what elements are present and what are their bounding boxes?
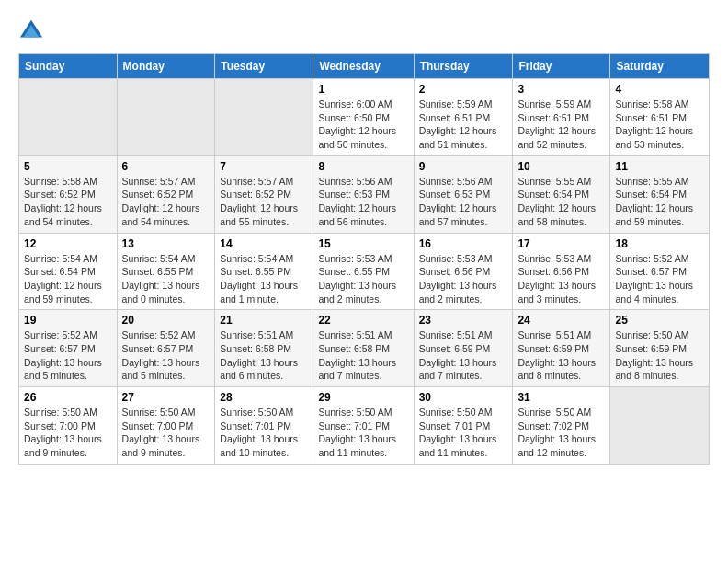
day-info: Sunrise: 5:55 AMSunset: 6:54 PMDaylight:…: [518, 175, 605, 229]
day-info: Sunrise: 5:55 AMSunset: 6:54 PMDaylight:…: [615, 175, 704, 229]
day-info: Sunrise: 5:58 AMSunset: 6:51 PMDaylight:…: [615, 98, 704, 152]
week-row-4: 19Sunrise: 5:52 AMSunset: 6:57 PMDayligh…: [19, 310, 710, 387]
calendar-cell: [117, 79, 215, 156]
logo-icon: [18, 18, 44, 44]
calendar-cell: 16Sunrise: 5:53 AMSunset: 6:56 PMDayligh…: [414, 233, 513, 310]
day-info: Sunrise: 5:53 AMSunset: 6:55 PMDaylight:…: [318, 252, 408, 306]
calendar-cell: [610, 387, 710, 465]
day-info: Sunrise: 5:50 AMSunset: 7:00 PMDaylight:…: [24, 406, 112, 460]
calendar-cell: 5Sunrise: 5:58 AMSunset: 6:52 PMDaylight…: [19, 155, 118, 233]
day-info: Sunrise: 5:50 AMSunset: 7:01 PMDaylight:…: [220, 406, 308, 460]
day-info: Sunrise: 5:53 AMSunset: 6:56 PMDaylight:…: [518, 252, 605, 306]
calendar-cell: 2Sunrise: 5:59 AMSunset: 6:51 PMDaylight…: [414, 79, 513, 156]
day-header-saturday: Saturday: [610, 54, 710, 79]
day-info: Sunrise: 5:57 AMSunset: 6:52 PMDaylight:…: [220, 175, 308, 229]
day-number: 20: [122, 314, 210, 327]
calendar-cell: 17Sunrise: 5:53 AMSunset: 6:56 PMDayligh…: [513, 233, 610, 310]
day-number: 3: [518, 83, 605, 96]
day-number: 6: [122, 160, 210, 173]
day-number: 15: [318, 237, 408, 250]
calendar-table: SundayMondayTuesdayWednesdayThursdayFrid…: [18, 53, 710, 465]
logo: [18, 18, 46, 44]
day-info: Sunrise: 5:57 AMSunset: 6:52 PMDaylight:…: [122, 175, 210, 229]
calendar-cell: 12Sunrise: 5:54 AMSunset: 6:54 PMDayligh…: [19, 233, 118, 310]
day-number: 28: [220, 391, 308, 404]
calendar-cell: 4Sunrise: 5:58 AMSunset: 6:51 PMDaylight…: [610, 79, 710, 156]
calendar-cell: 18Sunrise: 5:52 AMSunset: 6:57 PMDayligh…: [610, 233, 710, 310]
day-number: 21: [220, 314, 308, 327]
day-number: 17: [518, 237, 605, 250]
calendar-cell: 25Sunrise: 5:50 AMSunset: 6:59 PMDayligh…: [610, 310, 710, 387]
day-number: 1: [318, 83, 408, 96]
day-number: 27: [122, 391, 210, 404]
day-number: 12: [24, 237, 112, 250]
day-number: 24: [518, 314, 605, 327]
day-info: Sunrise: 5:59 AMSunset: 6:51 PMDaylight:…: [419, 98, 508, 152]
day-number: 10: [518, 160, 605, 173]
day-header-monday: Monday: [117, 54, 215, 79]
day-header-thursday: Thursday: [414, 54, 513, 79]
calendar-cell: 15Sunrise: 5:53 AMSunset: 6:55 PMDayligh…: [313, 233, 414, 310]
day-info: Sunrise: 5:52 AMSunset: 6:57 PMDaylight:…: [24, 328, 112, 383]
day-number: 2: [419, 83, 508, 96]
day-number: 13: [122, 237, 210, 250]
calendar-cell: 14Sunrise: 5:54 AMSunset: 6:55 PMDayligh…: [215, 233, 313, 310]
page-header: [18, 18, 710, 44]
day-info: Sunrise: 5:50 AMSunset: 7:01 PMDaylight:…: [419, 406, 508, 460]
calendar-cell: 11Sunrise: 5:55 AMSunset: 6:54 PMDayligh…: [610, 155, 710, 233]
day-info: Sunrise: 5:54 AMSunset: 6:54 PMDaylight:…: [24, 252, 112, 306]
day-header-friday: Friday: [513, 54, 610, 79]
day-info: Sunrise: 5:50 AMSunset: 7:00 PMDaylight:…: [122, 406, 210, 460]
day-info: Sunrise: 5:51 AMSunset: 6:58 PMDaylight:…: [220, 328, 308, 383]
day-info: Sunrise: 5:56 AMSunset: 6:53 PMDaylight:…: [318, 175, 408, 229]
calendar-cell: [215, 79, 313, 156]
day-info: Sunrise: 5:50 AMSunset: 7:02 PMDaylight:…: [518, 406, 605, 460]
calendar-cell: 28Sunrise: 5:50 AMSunset: 7:01 PMDayligh…: [215, 387, 313, 465]
calendar-cell: 21Sunrise: 5:51 AMSunset: 6:58 PMDayligh…: [215, 310, 313, 387]
day-number: 29: [318, 391, 408, 404]
calendar-cell: 7Sunrise: 5:57 AMSunset: 6:52 PMDaylight…: [215, 155, 313, 233]
day-header-wednesday: Wednesday: [313, 54, 414, 79]
calendar-cell: 29Sunrise: 5:50 AMSunset: 7:01 PMDayligh…: [313, 387, 414, 465]
day-info: Sunrise: 5:50 AMSunset: 6:59 PMDaylight:…: [615, 328, 704, 383]
day-info: Sunrise: 5:56 AMSunset: 6:53 PMDaylight:…: [419, 175, 508, 229]
week-row-2: 5Sunrise: 5:58 AMSunset: 6:52 PMDaylight…: [19, 155, 710, 233]
calendar-cell: 6Sunrise: 5:57 AMSunset: 6:52 PMDaylight…: [117, 155, 215, 233]
day-number: 18: [615, 237, 704, 250]
day-info: Sunrise: 5:59 AMSunset: 6:51 PMDaylight:…: [518, 98, 605, 152]
day-number: 5: [24, 160, 112, 173]
calendar-cell: 23Sunrise: 5:51 AMSunset: 6:59 PMDayligh…: [414, 310, 513, 387]
week-row-1: 1Sunrise: 6:00 AMSunset: 6:50 PMDaylight…: [19, 79, 710, 156]
week-row-5: 26Sunrise: 5:50 AMSunset: 7:00 PMDayligh…: [19, 387, 710, 465]
day-number: 16: [419, 237, 508, 250]
day-number: 19: [24, 314, 112, 327]
calendar-cell: 24Sunrise: 5:51 AMSunset: 6:59 PMDayligh…: [513, 310, 610, 387]
calendar-cell: 1Sunrise: 6:00 AMSunset: 6:50 PMDaylight…: [313, 79, 414, 156]
day-number: 26: [24, 391, 112, 404]
calendar-cell: 3Sunrise: 5:59 AMSunset: 6:51 PMDaylight…: [513, 79, 610, 156]
header-row: SundayMondayTuesdayWednesdayThursdayFrid…: [19, 54, 710, 79]
calendar-cell: 8Sunrise: 5:56 AMSunset: 6:53 PMDaylight…: [313, 155, 414, 233]
calendar-cell: 9Sunrise: 5:56 AMSunset: 6:53 PMDaylight…: [414, 155, 513, 233]
day-info: Sunrise: 5:50 AMSunset: 7:01 PMDaylight:…: [318, 406, 408, 460]
calendar-cell: 31Sunrise: 5:50 AMSunset: 7:02 PMDayligh…: [513, 387, 610, 465]
day-info: Sunrise: 5:51 AMSunset: 6:59 PMDaylight:…: [419, 328, 508, 383]
day-header-tuesday: Tuesday: [215, 54, 313, 79]
day-number: 8: [318, 160, 408, 173]
day-number: 31: [518, 391, 605, 404]
calendar-cell: 26Sunrise: 5:50 AMSunset: 7:00 PMDayligh…: [19, 387, 118, 465]
day-header-sunday: Sunday: [19, 54, 118, 79]
day-number: 14: [220, 237, 308, 250]
calendar-cell: 19Sunrise: 5:52 AMSunset: 6:57 PMDayligh…: [19, 310, 118, 387]
day-number: 25: [615, 314, 704, 327]
day-info: Sunrise: 5:52 AMSunset: 6:57 PMDaylight:…: [122, 328, 210, 383]
day-info: Sunrise: 5:51 AMSunset: 6:58 PMDaylight:…: [318, 328, 408, 383]
calendar-cell: [19, 79, 118, 156]
day-info: Sunrise: 5:52 AMSunset: 6:57 PMDaylight:…: [615, 252, 704, 306]
day-info: Sunrise: 5:54 AMSunset: 6:55 PMDaylight:…: [122, 252, 210, 306]
calendar-cell: 27Sunrise: 5:50 AMSunset: 7:00 PMDayligh…: [117, 387, 215, 465]
calendar-cell: 22Sunrise: 5:51 AMSunset: 6:58 PMDayligh…: [313, 310, 414, 387]
day-number: 9: [419, 160, 508, 173]
calendar-cell: 13Sunrise: 5:54 AMSunset: 6:55 PMDayligh…: [117, 233, 215, 310]
calendar-cell: 20Sunrise: 5:52 AMSunset: 6:57 PMDayligh…: [117, 310, 215, 387]
